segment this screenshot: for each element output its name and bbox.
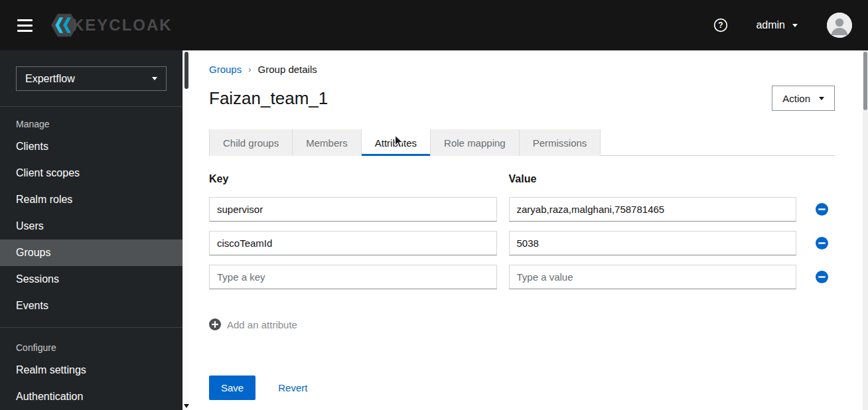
action-label: Action	[782, 93, 810, 104]
username: admin	[756, 19, 785, 31]
breadcrumb-groups-link[interactable]: Groups	[209, 64, 242, 75]
attribute-row	[209, 231, 835, 255]
attribute-table-headers: Key Value	[209, 173, 835, 185]
help-button[interactable]: ?	[713, 18, 728, 33]
tab-members[interactable]: Members	[293, 129, 362, 156]
nav-section-manage: Manage	[0, 107, 182, 133]
user-menu[interactable]: admin	[756, 19, 798, 31]
scroll-down-arrow-icon[interactable]	[184, 404, 189, 408]
sidebar-item-client-scopes[interactable]: Client scopes	[0, 160, 182, 186]
sidebar-scrollbar[interactable]	[182, 50, 189, 410]
nav-toggle-button[interactable]	[16, 17, 34, 34]
minus-circle-icon	[816, 237, 828, 249]
remove-attribute-button[interactable]	[808, 265, 835, 289]
avatar-person-icon	[827, 13, 852, 38]
breadcrumb: Groups › Group details	[209, 64, 835, 75]
value-input[interactable]	[509, 231, 797, 255]
attribute-row-empty	[209, 265, 835, 289]
realm-selector[interactable]: Expertflow	[16, 66, 167, 91]
realm-name: Expertflow	[25, 73, 75, 85]
revert-button[interactable]: Revert	[278, 382, 307, 393]
caret-down-icon	[152, 77, 157, 80]
hamburger-icon	[17, 19, 33, 21]
value-input[interactable]	[509, 265, 797, 289]
key-input[interactable]	[209, 231, 497, 255]
help-icon: ?	[713, 18, 728, 33]
minus-circle-icon	[816, 203, 828, 216]
minus-circle-icon	[816, 271, 828, 283]
caret-down-icon	[792, 24, 798, 27]
sidebar-item-clients[interactable]: Clients	[0, 133, 182, 160]
main-content: Groups › Group details Faizan_team_1 Act…	[189, 50, 863, 410]
key-input[interactable]	[209, 265, 497, 289]
keycloak-wordmark: KEYCLOAK	[72, 16, 173, 34]
sidebar-item-events[interactable]: Events	[0, 293, 182, 319]
caret-down-icon	[819, 97, 824, 100]
remove-attribute-button[interactable]	[808, 197, 835, 222]
remove-attribute-button[interactable]	[808, 231, 835, 255]
tab-permissions[interactable]: Permissions	[520, 129, 601, 156]
tabs: Child groups Members Attributes Role map…	[209, 129, 835, 156]
sidebar-item-authentication[interactable]: Authentication	[0, 383, 182, 410]
title-row: Faizan_team_1 Action	[209, 86, 835, 111]
key-column-header: Key	[209, 173, 497, 185]
save-button[interactable]: Save	[209, 376, 255, 400]
value-column-header: Value	[509, 173, 797, 185]
add-attribute-label: Add an attribute	[227, 319, 297, 330]
sidebar-item-users[interactable]: Users	[0, 213, 182, 239]
avatar[interactable]	[827, 13, 852, 38]
sidebar-item-realm-settings[interactable]: Realm settings	[0, 357, 182, 383]
sidebar-item-sessions[interactable]: Sessions	[0, 266, 182, 293]
sidebar-item-realm-roles[interactable]: Realm roles	[0, 186, 182, 213]
sidebar-item-groups[interactable]: Groups	[0, 239, 182, 266]
keycloak-brand[interactable]: KEYCLOAK	[51, 13, 173, 37]
nav-section-configure: Configure	[0, 328, 182, 357]
sidebar: Expertflow Manage Clients Client scopes …	[0, 50, 182, 410]
sidebar-scrollbar-thumb[interactable]	[184, 52, 188, 89]
breadcrumb-separator: ›	[248, 64, 251, 74]
breadcrumb-current: Group details	[258, 64, 317, 75]
topbar-right: ? admin	[713, 13, 852, 38]
add-attribute-button[interactable]: Add an attribute	[209, 318, 297, 330]
attribute-row	[209, 197, 835, 222]
action-dropdown-button[interactable]: Action	[772, 86, 835, 111]
tab-child-groups[interactable]: Child groups	[209, 129, 293, 156]
value-input[interactable]	[509, 197, 797, 222]
page-title: Faizan_team_1	[209, 88, 328, 109]
topbar: KEYCLOAK ? admin	[0, 0, 868, 50]
plus-circle-icon	[209, 318, 221, 330]
attributes-form: Key Value	[209, 173, 835, 400]
svg-text:?: ?	[719, 21, 723, 30]
tab-attributes[interactable]: Attributes	[362, 129, 431, 156]
tab-role-mapping[interactable]: Role mapping	[431, 129, 520, 156]
key-input[interactable]	[209, 197, 497, 222]
main-scrollbar[interactable]	[863, 50, 868, 410]
main-scrollbar-thumb[interactable]	[863, 52, 867, 110]
form-actions: Save Revert	[209, 376, 835, 400]
